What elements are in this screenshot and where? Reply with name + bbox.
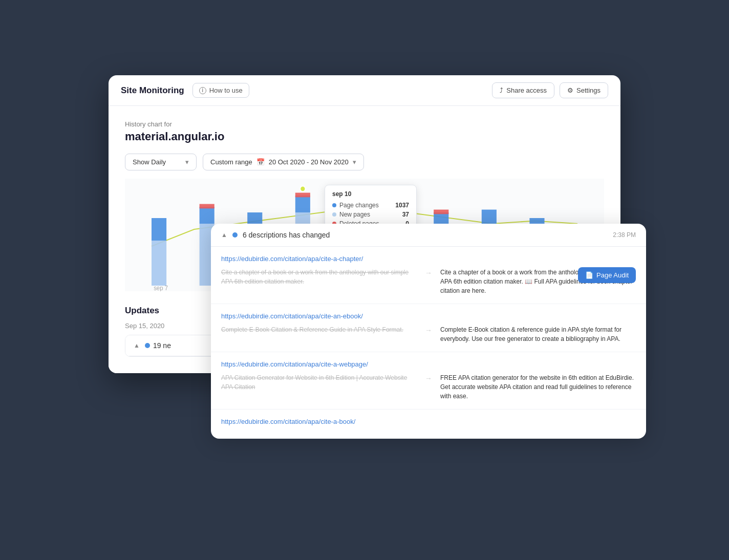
how-to-button[interactable]: i How to use	[192, 83, 249, 98]
header-right: ⤴ Share access ⚙ Settings	[492, 82, 608, 98]
tooltip-val-1: 1037	[395, 202, 409, 209]
info-icon: i	[199, 87, 206, 94]
panel-header: ▲ 6 descriptions has changed 2:38 PM	[211, 224, 646, 247]
tooltip-row-2: New pages 37	[332, 211, 409, 218]
panel-content-row-3: APA Citation Generator for Website in 6t…	[221, 373, 636, 401]
history-label: History chart for	[125, 120, 604, 128]
svg-rect-2	[152, 218, 166, 241]
panel-old-text-3: APA Citation Generator for Website in 6t…	[221, 373, 417, 392]
date-range-button[interactable]: Custom range 📅 20 Oct 2020 - 20 Nov 2020…	[203, 154, 364, 170]
share-access-button[interactable]: ⤴ Share access	[492, 82, 554, 98]
arrow-icon-1: →	[425, 269, 432, 277]
panel-chevron-up-icon[interactable]: ▲	[221, 231, 227, 239]
panel-url-1[interactable]: https://edubirdie.com/citation/apa/cite-…	[221, 255, 636, 263]
tooltip-dot-2	[332, 212, 336, 217]
panel-new-text-2: Complete E-Book citation & reference gui…	[440, 325, 636, 343]
panel-item-4: https://edubirdie.com/citation/apa/cite-…	[211, 410, 646, 439]
panel-content-row-2: Complete E-Book Citation & Reference Gui…	[221, 325, 636, 343]
panel-old-text-1: Cite a chapter of a book or a work from …	[221, 268, 417, 286]
arrow-icon-3: →	[425, 374, 432, 382]
chevron-up-icon[interactable]: ▲	[134, 342, 140, 349]
chevron-down-icon-2: ▾	[353, 158, 356, 166]
app-title: Site Monitoring	[121, 85, 184, 96]
tooltip-label-1: Page changes	[339, 202, 379, 209]
panel-url-4[interactable]: https://edubirdie.com/citation/apa/cite-…	[221, 418, 636, 425]
svg-point-11	[300, 186, 305, 191]
panel-title: 6 descriptions has changed	[243, 231, 608, 239]
page-audit-button[interactable]: 📄 Page Audit	[578, 267, 636, 283]
document-icon: 📄	[585, 271, 593, 279]
svg-rect-4	[200, 207, 215, 224]
svg-rect-10	[295, 193, 310, 198]
svg-rect-17	[434, 210, 448, 214]
share-icon: ⤴	[500, 87, 503, 94]
panel-old-text-2: Complete E-Book Citation & Reference Gui…	[221, 325, 417, 334]
panel-time: 2:38 PM	[613, 231, 636, 239]
settings-button[interactable]: ⚙ Settings	[560, 82, 608, 98]
chevron-down-icon: ▾	[185, 158, 189, 166]
tooltip-date: sep 10	[332, 190, 409, 198]
svg-rect-1	[152, 241, 166, 286]
panel-url-2[interactable]: https://edubirdie.com/citation/apa/cite-…	[221, 312, 636, 320]
chart-controls: Show Daily ▾ Custom range 📅 20 Oct 2020 …	[125, 154, 604, 170]
tooltip-label-2: New pages	[339, 211, 370, 218]
panel-item-3: https://edubirdie.com/citation/apa/cite-…	[211, 352, 646, 410]
site-name: material.angular.io	[125, 130, 604, 143]
tooltip-val-2: 37	[402, 211, 409, 218]
panel-new-text-3: FREE APA citation generator for the webs…	[440, 373, 636, 401]
tooltip-dot-1	[332, 203, 336, 207]
panel-item-2: https://edubirdie.com/citation/apa/cite-…	[211, 304, 646, 352]
update-group-title: 19 ne	[153, 341, 171, 350]
x-axis-label: sep 7	[154, 284, 168, 291]
panel-content-row-1: Cite a chapter of a book or a work from …	[221, 268, 636, 295]
panel-badge-dot	[232, 232, 238, 238]
app-header: Site Monitoring i How to use ⤴ Share acc…	[109, 75, 620, 106]
header-left: Site Monitoring i How to use	[121, 83, 249, 98]
show-daily-dropdown[interactable]: Show Daily ▾	[125, 154, 197, 170]
calendar-icon: 📅	[256, 158, 265, 166]
tooltip-row-1: Page changes 1037	[332, 202, 409, 209]
svg-rect-5	[200, 204, 215, 209]
arrow-icon-2: →	[425, 326, 432, 334]
changes-panel-overlay: ▲ 6 descriptions has changed 2:38 PM htt…	[211, 224, 646, 439]
panel-item-1: https://edubirdie.com/citation/apa/cite-…	[211, 247, 646, 304]
svg-rect-9	[295, 196, 310, 212]
gear-icon: ⚙	[567, 87, 573, 94]
badge-dot	[145, 343, 150, 348]
panel-url-3[interactable]: https://edubirdie.com/citation/apa/cite-…	[221, 360, 636, 368]
